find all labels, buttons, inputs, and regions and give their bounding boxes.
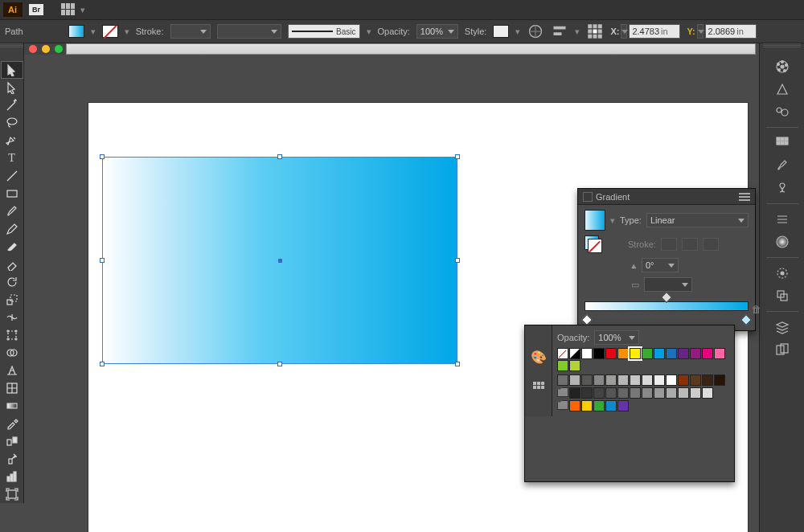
gradient-color-stop[interactable] bbox=[740, 314, 752, 325]
registration-swatch[interactable] bbox=[569, 348, 580, 359]
type-tool[interactable]: T bbox=[1, 149, 23, 167]
rectangle-tool[interactable] bbox=[1, 185, 23, 203]
color-swatch[interactable] bbox=[593, 374, 605, 386]
color-swatch[interactable] bbox=[581, 387, 593, 399]
eyedropper-tool[interactable] bbox=[1, 415, 23, 432]
bridge-badge[interactable]: Br bbox=[29, 4, 43, 15]
color-swatch[interactable] bbox=[581, 400, 593, 411]
color-swatch[interactable] bbox=[642, 387, 653, 399]
variable-width-profile[interactable] bbox=[217, 24, 281, 39]
window-traffic-lights[interactable] bbox=[24, 45, 63, 53]
scale-tool[interactable] bbox=[1, 291, 23, 309]
selected-rectangle[interactable] bbox=[103, 158, 457, 363]
color-swatch[interactable] bbox=[617, 374, 629, 386]
gradient-tool[interactable] bbox=[1, 397, 23, 415]
blob-brush-tool[interactable] bbox=[1, 238, 23, 256]
brushes-panel-icon[interactable] bbox=[770, 155, 794, 176]
color-swatch[interactable] bbox=[617, 387, 629, 399]
gradient-panel-icon[interactable] bbox=[770, 231, 794, 252]
stroke-gradient-within-icon[interactable] bbox=[661, 238, 677, 251]
paintbrush-tool[interactable] bbox=[1, 203, 23, 220]
color-swatch[interactable] bbox=[569, 400, 580, 411]
stop-opacity-input[interactable]: 100% bbox=[594, 330, 639, 345]
color-swatch[interactable] bbox=[569, 360, 580, 371]
color-guide-panel-icon[interactable] bbox=[770, 79, 794, 100]
color-swatch[interactable] bbox=[690, 348, 701, 359]
color-swatch[interactable] bbox=[593, 348, 605, 359]
color-swatch[interactable] bbox=[690, 387, 701, 399]
color-swatch[interactable] bbox=[666, 374, 677, 386]
color-swatch[interactable] bbox=[702, 348, 713, 359]
color-swatch[interactable] bbox=[630, 374, 641, 386]
color-swatch[interactable] bbox=[605, 348, 617, 359]
color-swatch[interactable] bbox=[605, 374, 617, 386]
pencil-tool[interactable] bbox=[1, 220, 23, 238]
selection-handle[interactable] bbox=[455, 258, 460, 263]
delete-stop-icon[interactable]: 🗑 bbox=[752, 304, 761, 315]
selection-handle[interactable] bbox=[455, 362, 460, 366]
document-tab[interactable] bbox=[66, 43, 756, 55]
selection-handle[interactable] bbox=[277, 362, 282, 366]
color-swatch[interactable] bbox=[654, 387, 665, 399]
none-swatch[interactable] bbox=[557, 348, 568, 359]
color-swatch[interactable] bbox=[581, 348, 593, 359]
folder-icon[interactable] bbox=[557, 400, 568, 410]
symbols-panel-icon[interactable] bbox=[770, 178, 794, 198]
free-transform-tool[interactable] bbox=[1, 326, 23, 344]
graphic-style-swatch[interactable] bbox=[493, 25, 509, 38]
gradient-color-stop[interactable] bbox=[581, 314, 593, 325]
perspective-grid-tool[interactable] bbox=[1, 362, 23, 379]
color-swatch[interactable] bbox=[666, 387, 677, 399]
gradient-type-dropdown[interactable]: Linear bbox=[646, 213, 749, 227]
color-swatch[interactable] bbox=[666, 348, 677, 359]
color-swatch[interactable] bbox=[642, 348, 653, 359]
arrange-documents-icon[interactable] bbox=[61, 3, 77, 16]
color-swatch[interactable] bbox=[630, 348, 641, 359]
color-swatch[interactable] bbox=[557, 374, 568, 386]
transform-reference-icon[interactable] bbox=[586, 24, 604, 39]
x-input[interactable]: 2.4783in bbox=[629, 24, 680, 39]
color-swatch[interactable] bbox=[581, 374, 593, 386]
folder-icon[interactable] bbox=[557, 387, 568, 397]
gradient-fill-preview[interactable] bbox=[585, 210, 605, 231]
brush-definition[interactable]: Basic bbox=[288, 24, 360, 39]
collapse-icon[interactable] bbox=[583, 192, 593, 202]
selection-handle[interactable] bbox=[100, 154, 105, 159]
color-swatch[interactable] bbox=[605, 400, 617, 411]
color-swatch[interactable] bbox=[593, 387, 605, 399]
color-swatch[interactable] bbox=[690, 374, 701, 386]
magic-wand-tool[interactable] bbox=[1, 96, 23, 114]
symbol-sprayer-tool[interactable] bbox=[1, 450, 23, 468]
stroke-gradient-across-icon[interactable] bbox=[703, 238, 719, 251]
y-input[interactable]: 2.0869in bbox=[705, 24, 757, 39]
panel-menu-icon[interactable] bbox=[739, 193, 750, 201]
color-swatch[interactable] bbox=[617, 348, 629, 359]
artboard-tool[interactable] bbox=[1, 485, 23, 503]
stroke-swatch[interactable] bbox=[102, 25, 118, 38]
drag-handle-icon[interactable] bbox=[0, 43, 23, 48]
line-segment-tool[interactable] bbox=[1, 167, 23, 185]
fill-swatch[interactable] bbox=[68, 25, 84, 38]
color-swatch[interactable] bbox=[605, 387, 617, 399]
appearance-panel-icon[interactable] bbox=[770, 263, 794, 284]
lasso-tool[interactable] bbox=[1, 114, 23, 132]
selection-handle[interactable] bbox=[277, 154, 282, 159]
color-swatch[interactable] bbox=[654, 374, 665, 386]
aspect-ratio-input[interactable] bbox=[644, 277, 692, 292]
pen-tool[interactable] bbox=[1, 132, 23, 149]
width-tool[interactable] bbox=[1, 309, 23, 326]
kuler-panel-icon[interactable] bbox=[770, 101, 794, 122]
color-swatch[interactable] bbox=[702, 374, 713, 386]
color-swatch[interactable] bbox=[714, 348, 725, 359]
artboards-panel-icon[interactable] bbox=[770, 339, 794, 360]
swatch-grid-icon[interactable] bbox=[532, 381, 545, 395]
selection-handle[interactable] bbox=[100, 258, 105, 263]
blend-tool[interactable] bbox=[1, 432, 23, 450]
panel-header[interactable]: Gradient bbox=[578, 189, 755, 205]
color-swatch[interactable] bbox=[569, 387, 580, 399]
stroke-gradient-along-icon[interactable] bbox=[682, 238, 698, 251]
color-swatch[interactable] bbox=[569, 374, 580, 386]
color-swatch[interactable] bbox=[702, 387, 713, 399]
eraser-tool[interactable] bbox=[1, 256, 23, 273]
gradient-slider[interactable]: 🗑 bbox=[585, 301, 749, 322]
